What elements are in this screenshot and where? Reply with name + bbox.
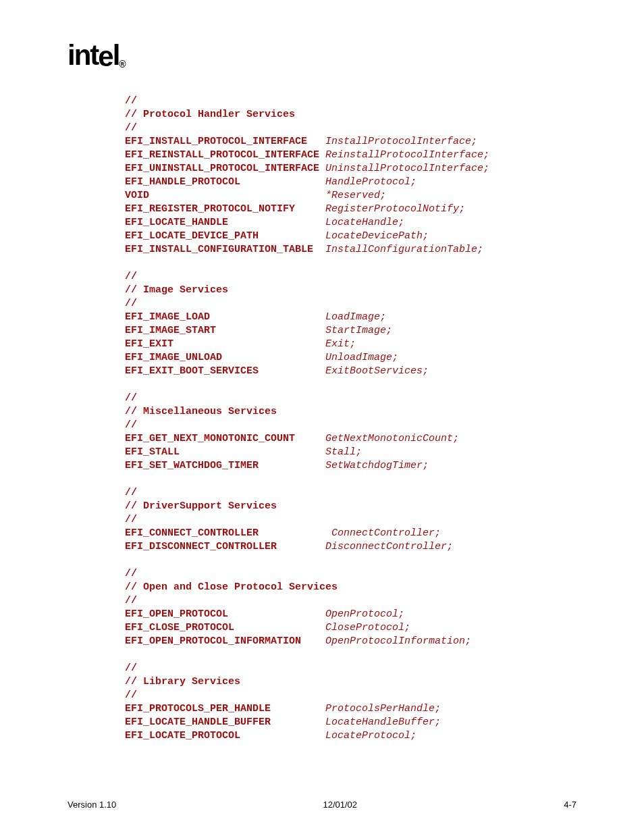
member-name: ConnectController; (331, 527, 441, 539)
code-line: EFI_REINSTALL_PROTOCOL_INTERFACE Reinsta… (125, 149, 603, 162)
code-line: EFI_CLOSE_PROTOCOL CloseProtocol; (125, 621, 603, 635)
type-name: EFI_REGISTER_PROTOCOL_NOTIFY (125, 203, 295, 215)
code-line: EFI_IMAGE_UNLOAD UnloadImage; (125, 351, 603, 365)
code-line: EFI_DISCONNECT_CONTROLLER DisconnectCont… (125, 540, 603, 554)
code-line: EFI_SET_WATCHDOG_TIMER SetWatchdogTimer; (125, 459, 603, 473)
comment-line: // (125, 392, 603, 405)
comment-line: // (125, 594, 603, 608)
member-name: InstallProtocolInterface; (325, 136, 477, 147)
comment-line: // (125, 662, 603, 675)
type-name: EFI_IMAGE_START (125, 325, 216, 336)
comment-line: // Protocol Handler Services (125, 108, 603, 122)
member-name: Exit; (325, 338, 356, 350)
code-content: //// Protocol Handler Services//EFI_INST… (125, 95, 603, 743)
comment-line: // Miscellaneous Services (125, 405, 603, 419)
comment-line: // Open and Close Protocol Services (125, 581, 603, 594)
code-line: EFI_INSTALL_CONFIGURATION_TABLE InstallC… (125, 243, 603, 257)
type-name: EFI_DISCONNECT_CONTROLLER (125, 541, 277, 552)
code-line: EFI_HANDLE_PROTOCOL HandleProtocol; (125, 176, 603, 189)
member-name: DisconnectController; (325, 541, 453, 552)
type-name: EFI_GET_NEXT_MONOTONIC_COUNT (125, 433, 295, 444)
code-line: EFI_OPEN_PROTOCOL OpenProtocol; (125, 608, 603, 621)
code-line: EFI_LOCATE_HANDLE LocateHandle; (125, 216, 603, 230)
type-name: EFI_LOCATE_HANDLE (125, 217, 228, 228)
code-line: VOID *Reserved; (125, 189, 603, 203)
member-name: InstallConfigurationTable; (325, 244, 483, 255)
comment-line: // (125, 419, 603, 432)
comment-line: // (125, 513, 603, 527)
member-name: UnloadImage; (325, 352, 398, 363)
intel-logo: intel® (68, 39, 125, 72)
code-line: EFI_UNINSTALL_PROTOCOL_INTERFACE Uninsta… (125, 162, 603, 176)
footer-date: 12/01/02 (323, 800, 357, 810)
code-line: EFI_LOCATE_HANDLE_BUFFER LocateHandleBuf… (125, 716, 603, 729)
type-name: EFI_IMAGE_UNLOAD (125, 352, 222, 363)
type-name: EFI_UNINSTALL_PROTOCOL_INTERFACE (125, 163, 319, 174)
member-name: OpenProtocol; (325, 608, 404, 620)
code-line: EFI_PROTOCOLS_PER_HANDLE ProtocolsPerHan… (125, 702, 603, 716)
type-name: EFI_EXIT (125, 338, 173, 350)
member-name: Stall; (325, 446, 362, 458)
type-name: EFI_SET_WATCHDOG_TIMER (125, 460, 259, 471)
type-name: EFI_LOCATE_DEVICE_PATH (125, 230, 259, 242)
code-line: EFI_STALL Stall; (125, 446, 603, 459)
comment-line: // (125, 270, 603, 284)
member-name: ExitBootServices; (325, 365, 429, 377)
type-name: EFI_INSTALL_CONFIGURATION_TABLE (125, 244, 313, 255)
comment-line: // (125, 297, 603, 311)
member-name: SetWatchdogTimer; (325, 460, 429, 471)
member-name: ReinstallProtocolInterface; (325, 149, 489, 161)
type-name: EFI_CLOSE_PROTOCOL (125, 622, 234, 633)
type-name: EFI_STALL (125, 446, 180, 458)
type-name: EFI_PROTOCOLS_PER_HANDLE (125, 703, 271, 714)
member-name: RegisterProtocolNotify; (325, 203, 465, 215)
code-line: EFI_EXIT_BOOT_SERVICES ExitBootServices; (125, 365, 603, 378)
type-name: EFI_OPEN_PROTOCOL (125, 608, 228, 620)
footer-page: 4-7 (564, 800, 576, 810)
member-name: UninstallProtocolInterface; (325, 163, 489, 174)
type-name: EFI_INSTALL_PROTOCOL_INTERFACE (125, 136, 307, 147)
member-name: StartImage; (325, 325, 392, 336)
member-name: LocateProtocol; (325, 730, 417, 741)
code-line: EFI_LOCATE_DEVICE_PATH LocateDevicePath; (125, 230, 603, 243)
comment-line: // (125, 95, 603, 108)
code-line: EFI_IMAGE_LOAD LoadImage; (125, 311, 603, 324)
member-name: ProtocolsPerHandle; (325, 703, 441, 714)
member-name: LocateDevicePath; (325, 230, 429, 242)
type-name: EFI_LOCATE_PROTOCOL (125, 730, 240, 741)
code-line: EFI_REGISTER_PROTOCOL_NOTIFY RegisterPro… (125, 203, 603, 216)
type-name: EFI_IMAGE_LOAD (125, 311, 210, 323)
comment-line: // (125, 689, 603, 702)
member-name: CloseProtocol; (325, 622, 410, 633)
code-line: EFI_IMAGE_START StartImage; (125, 324, 603, 338)
comment-line: // (125, 122, 603, 135)
type-name: EFI_EXIT_BOOT_SERVICES (125, 365, 259, 377)
comment-line: // Library Services (125, 675, 603, 689)
code-line: EFI_CONNECT_CONTROLLER ConnectController… (125, 527, 603, 540)
code-line: EFI_INSTALL_PROTOCOL_INTERFACE InstallPr… (125, 135, 603, 149)
member-name: HandleProtocol; (325, 176, 417, 188)
type-name: EFI_REINSTALL_PROTOCOL_INTERFACE (125, 149, 319, 161)
type-name: VOID (125, 190, 149, 201)
member-name: LocateHandleBuffer; (325, 716, 441, 728)
type-name: EFI_LOCATE_HANDLE_BUFFER (125, 716, 271, 728)
member-name: GetNextMonotonicCount; (325, 433, 459, 444)
code-line: EFI_LOCATE_PROTOCOL LocateProtocol; (125, 729, 603, 743)
member-name: LoadImage; (325, 311, 386, 323)
code-line: EFI_OPEN_PROTOCOL_INFORMATION OpenProtoc… (125, 635, 603, 648)
code-line: EFI_GET_NEXT_MONOTONIC_COUNT GetNextMono… (125, 432, 603, 446)
page-footer: Version 1.10 12/01/02 4-7 (68, 800, 576, 810)
member-name: *Reserved; (325, 190, 386, 201)
code-line: EFI_EXIT Exit; (125, 338, 603, 351)
member-name: LocateHandle; (325, 217, 404, 228)
comment-line: // (125, 567, 603, 581)
type-name: EFI_OPEN_PROTOCOL_INFORMATION (125, 635, 301, 647)
type-name: EFI_HANDLE_PROTOCOL (125, 176, 240, 188)
footer-version: Version 1.10 (68, 800, 116, 810)
member-name: OpenProtocolInformation; (325, 635, 471, 647)
comment-line: // Image Services (125, 284, 603, 297)
comment-line: // (125, 486, 603, 500)
type-name: EFI_CONNECT_CONTROLLER (125, 527, 259, 539)
comment-line: // DriverSupport Services (125, 500, 603, 513)
